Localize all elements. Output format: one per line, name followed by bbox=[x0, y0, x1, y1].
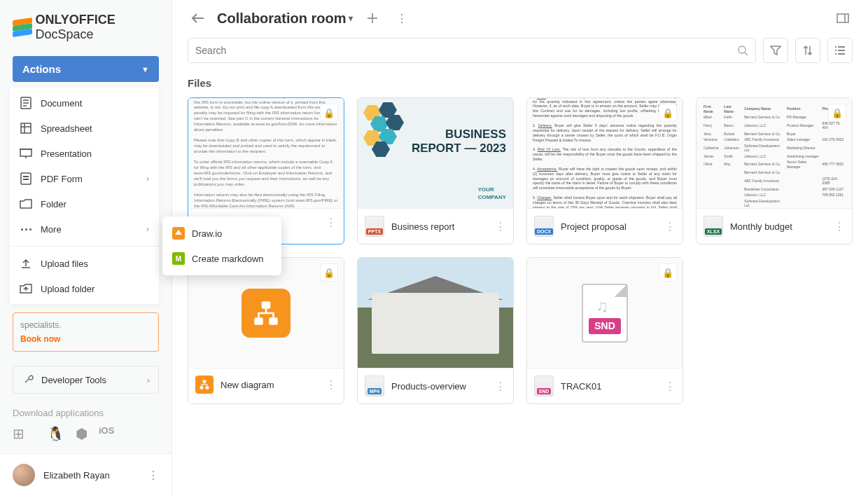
file-menu-button[interactable]: ⋮ bbox=[834, 220, 845, 233]
upload-folder-icon bbox=[20, 282, 32, 295]
file-menu-button[interactable]: ⋮ bbox=[495, 380, 506, 393]
ios-icon[interactable]: iOS bbox=[99, 425, 114, 442]
more-icon bbox=[20, 223, 32, 235]
sort-button[interactable] bbox=[795, 38, 820, 63]
book-now-link[interactable]: Book now bbox=[20, 334, 151, 344]
svg-rect-24 bbox=[254, 317, 263, 325]
room-title[interactable]: Collaboration room▾ bbox=[217, 11, 353, 27]
document-icon bbox=[20, 97, 32, 109]
svg-rect-23 bbox=[262, 301, 271, 309]
file-card[interactable]: 🔒 BUSINESSREPORT — 2023 YOUR COMPANY PPT… bbox=[357, 97, 514, 244]
file-thumbnail: BUSINESSREPORT — 2023 YOUR COMPANY bbox=[358, 98, 513, 209]
menu-document[interactable]: Document bbox=[10, 90, 159, 116]
filter-button[interactable] bbox=[763, 38, 788, 63]
file-menu-button[interactable]: ⋮ bbox=[326, 378, 337, 392]
search-box[interactable] bbox=[188, 38, 756, 63]
svg-rect-4 bbox=[21, 123, 31, 133]
submenu-markdown[interactable]: Create markdown bbox=[162, 246, 281, 271]
more-submenu: Draw.io Create markdown bbox=[162, 216, 281, 275]
pdf-form-icon bbox=[20, 172, 32, 185]
file-type-icon: DOCX bbox=[534, 216, 554, 237]
chevron-right-icon: › bbox=[146, 224, 149, 234]
svg-line-16 bbox=[745, 53, 748, 55]
logo-icon bbox=[13, 19, 29, 36]
file-name: New diagram bbox=[220, 380, 318, 390]
menu-pdf-form[interactable]: PDF Form › bbox=[10, 166, 159, 191]
windows-icon[interactable]: ⊞ bbox=[13, 425, 24, 442]
promo-text: specialists. bbox=[20, 320, 62, 330]
svg-point-15 bbox=[738, 46, 746, 53]
caret-down-icon: ▼ bbox=[141, 65, 149, 74]
menu-upload-files[interactable]: Upload files bbox=[10, 251, 159, 276]
menu-presentation[interactable]: Presentation bbox=[10, 141, 159, 166]
menu-upload-folder[interactable]: Upload folder bbox=[10, 276, 159, 301]
menu-folder[interactable]: Folder bbox=[10, 191, 159, 216]
file-type-icon: MP4 bbox=[365, 376, 384, 397]
menu-more[interactable]: More › Draw.io Create markdown bbox=[10, 216, 159, 242]
file-card[interactable]: 🔒 ♫SND SND TRACK01 ⋮ bbox=[526, 257, 683, 404]
file-card[interactable]: 🔒 New diagram ⋮ bbox=[188, 257, 344, 404]
file-menu-button[interactable]: ⋮ bbox=[326, 216, 337, 229]
file-card[interactable]: 🔒 Contract for Sale of Goods #001 This C… bbox=[526, 97, 683, 244]
caret-down-icon: ▾ bbox=[349, 13, 353, 23]
developer-tools-button[interactable]: Developer Tools › bbox=[13, 366, 159, 394]
file-name: Project proposal bbox=[561, 221, 657, 232]
section-title: Files bbox=[172, 67, 868, 95]
svg-rect-26 bbox=[203, 380, 206, 383]
panel-toggle-button[interactable] bbox=[833, 8, 853, 28]
view-button[interactable] bbox=[827, 38, 853, 63]
file-card[interactable]: 🔒 First NameLast NameCompany NamePositio… bbox=[696, 97, 853, 244]
file-type-icon: PPTX bbox=[365, 216, 384, 237]
upload-files-icon bbox=[20, 257, 32, 270]
file-name: Products-overview bbox=[391, 381, 488, 392]
lock-icon: 🔒 bbox=[659, 263, 677, 282]
file-name: Business report bbox=[391, 221, 488, 232]
lock-icon: 🔒 bbox=[828, 104, 846, 122]
lock-icon: 🔒 bbox=[659, 104, 677, 122]
file-thumbnail bbox=[358, 258, 513, 368]
file-name: TRACK01 bbox=[561, 381, 657, 392]
file-menu-button[interactable]: ⋮ bbox=[495, 220, 506, 233]
actions-button[interactable]: Actions▼ bbox=[13, 56, 159, 82]
logo-text: ONLYOFFICE DocSpace bbox=[35, 13, 159, 42]
avatar[interactable] bbox=[13, 464, 35, 486]
file-type-icon: SND bbox=[534, 376, 554, 397]
add-button[interactable] bbox=[363, 8, 382, 28]
file-card[interactable]: 🔒 MP4 Products-overview ⋮ bbox=[357, 257, 514, 404]
topbar: Collaboration room▾ ⋮ bbox=[172, 0, 868, 31]
kebab-button[interactable]: ⋮ bbox=[392, 8, 412, 28]
user-name: Elizabeth Rayan bbox=[43, 470, 110, 481]
actions-menu: Document Spreadsheet Presentation PDF Fo… bbox=[10, 88, 159, 304]
user-menu-button[interactable]: ⋮ bbox=[148, 469, 159, 482]
lock-icon: 🔒 bbox=[320, 263, 338, 282]
android-icon[interactable]: ⬢ bbox=[76, 425, 88, 442]
toolbar bbox=[172, 31, 868, 67]
svg-rect-13 bbox=[837, 14, 848, 22]
svg-rect-28 bbox=[206, 386, 209, 389]
file-menu-button[interactable]: ⋮ bbox=[664, 380, 676, 393]
svg-rect-12 bbox=[23, 179, 29, 180]
logo[interactable]: ONLYOFFICE DocSpace bbox=[0, 0, 172, 56]
svg-rect-7 bbox=[20, 149, 31, 156]
drawio-icon bbox=[172, 227, 185, 240]
presentation-icon bbox=[20, 147, 32, 160]
back-button[interactable] bbox=[188, 8, 207, 28]
folder-icon bbox=[20, 198, 32, 210]
file-menu-button[interactable]: ⋮ bbox=[664, 220, 676, 233]
lock-icon: 🔒 bbox=[320, 104, 338, 122]
drawio-icon bbox=[241, 289, 290, 338]
sidebar: ONLYOFFICE DocSpace Actions▼ Document Sp… bbox=[0, 0, 172, 496]
spreadsheet-icon bbox=[20, 122, 32, 135]
wrench-icon bbox=[22, 373, 34, 386]
chevron-right-icon: › bbox=[147, 375, 150, 385]
search-input[interactable] bbox=[195, 45, 737, 56]
user-footer: Elizabeth Rayan ⋮ bbox=[0, 453, 172, 496]
svg-rect-27 bbox=[200, 386, 204, 389]
file-type-icon bbox=[195, 376, 214, 394]
markdown-icon bbox=[172, 252, 185, 265]
search-icon bbox=[737, 45, 748, 56]
linux-icon[interactable]: 🐧 bbox=[47, 425, 64, 442]
platform-icons: ⊞ 🐧 ⬢ iOS bbox=[13, 425, 159, 442]
menu-spreadsheet[interactable]: Spreadsheet bbox=[10, 116, 159, 141]
submenu-drawio[interactable]: Draw.io bbox=[162, 221, 281, 246]
